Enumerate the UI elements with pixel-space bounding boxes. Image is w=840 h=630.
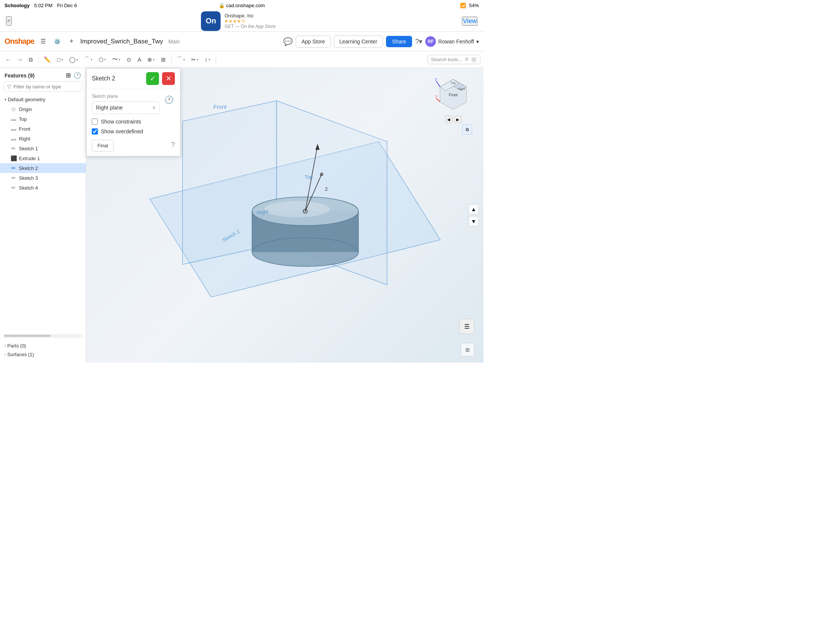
tree-item-front[interactable]: ▬ Front (0, 124, 86, 134)
chat-button[interactable]: 💬 (283, 37, 293, 46)
sketch-panel-body: Sketch plane Right plane × 🕐 Show constr… (87, 89, 180, 156)
tree-section-surfaces[interactable]: › Surfaces (1) (5, 350, 81, 359)
features-history-icon[interactable]: 🕐 (74, 72, 81, 79)
point-tool[interactable]: ⊙ (124, 55, 134, 65)
iso-view-button[interactable]: ⊞ (461, 343, 474, 357)
status-right: 📶 54% (460, 3, 479, 8)
show-overdefined-checkbox[interactable] (92, 128, 98, 134)
share-button[interactable]: Share (386, 36, 412, 47)
app-store-button[interactable]: App Store (296, 35, 330, 47)
settings-button[interactable]: ⚙️ (52, 36, 63, 47)
features-add-icon[interactable]: ⊞ (66, 72, 71, 79)
banner-view-button[interactable]: View (462, 17, 477, 26)
svg-text:2: 2 (325, 186, 327, 192)
tool-separator-1 (38, 54, 38, 65)
add-feature-button[interactable]: + (66, 36, 77, 47)
mirror-tool[interactable]: ↕▾ (202, 55, 213, 64)
nav-cube-left-button[interactable]: ◀ (445, 115, 453, 123)
status-left: Schoology 5:02 PM Fri Dec 6 (5, 3, 77, 8)
polygon-tool[interactable]: ⬡▾ (96, 55, 108, 65)
sketch-plane-clear-button[interactable]: × (153, 105, 156, 111)
viewport-front-label: Front (213, 104, 227, 110)
status-center: 🔒 cad.onshape.com (219, 3, 265, 8)
sketch-cancel-button[interactable]: ✕ (162, 72, 175, 85)
align-tool[interactable]: ⊞ (159, 55, 168, 65)
search-tools-box[interactable]: Search tools... ⌘ C (428, 55, 480, 64)
view-preset-button[interactable]: ⧉ (462, 125, 472, 134)
sketch-help-icon[interactable]: ? (171, 141, 175, 149)
feature-search-input[interactable] (14, 84, 79, 90)
user-menu-button[interactable]: RF Rowan Fenhoff ▾ (425, 36, 479, 47)
svg-line-27 (436, 81, 440, 87)
sketch-plane-label: Sketch plane (92, 94, 160, 99)
svg-text:Front: Front (449, 93, 458, 97)
banner-close-button[interactable]: × (6, 16, 12, 26)
schoology-label: Schoology (5, 3, 30, 8)
tree-item-sketch3[interactable]: ✏ Sketch 3 (0, 173, 86, 183)
app-banner: × On Onshape, Inc ★★★★½ GET — On the App… (0, 11, 483, 32)
tree-item-origin[interactable]: ⊙ Origin (0, 104, 86, 114)
extrude-icon: ⬛ (11, 155, 17, 161)
battery-label: 54% (469, 3, 479, 8)
url-label: cad.onshape.com (226, 3, 265, 8)
sketch-history-button[interactable]: 🕐 (163, 94, 175, 106)
zoom-up-button[interactable]: ▲ (468, 204, 479, 215)
tree-item-label: Sketch 3 (19, 175, 38, 181)
nav-cube-right-button[interactable]: ▶ (454, 115, 461, 123)
branch-label: Main (169, 38, 180, 44)
banner-stars: ★★★★½ (224, 19, 275, 24)
circle-tool[interactable]: ◯▾ (67, 55, 81, 65)
onshape-logo-badge: On (201, 11, 221, 31)
search-tools-label: Search tools... (431, 57, 462, 62)
sketch-plane-text: Right plane (96, 105, 123, 111)
user-name: Rowan Fenhoff (438, 38, 474, 44)
tree-item-extrude1[interactable]: ⬛ Extrude 1 (0, 153, 86, 163)
help-button[interactable]: ?▾ (415, 37, 422, 46)
feature-search-box[interactable]: ▽ (4, 81, 82, 92)
arc-tool[interactable]: ⌒▾ (82, 54, 95, 65)
tree-item-sketch2[interactable]: ✏ Sketch 2 (0, 163, 86, 173)
sketch-icon: ✏ (11, 175, 17, 181)
sketch-icon: ✏ (11, 185, 17, 191)
tree-item-top[interactable]: ▬ Top (0, 114, 86, 124)
redo-button[interactable]: → (15, 55, 25, 64)
tree-item-label: Origin (19, 106, 32, 112)
project-tool[interactable]: ⊕▾ (145, 55, 157, 65)
tree-item-label: Sketch 1 (19, 146, 38, 152)
parts-arrow-icon: › (5, 344, 6, 348)
folder-icon: ▬ (11, 126, 17, 132)
tree-group-default-geometry[interactable]: ▾ Default geometry (0, 95, 86, 104)
parts-label: Parts (0) (7, 343, 26, 349)
show-constraints-checkbox[interactable] (92, 118, 98, 125)
fillet-tool[interactable]: ⌒▾ (175, 54, 187, 65)
sketch-plane-value[interactable]: Right plane × (92, 101, 160, 114)
final-button[interactable]: Final (92, 140, 114, 152)
tree-section-parts[interactable]: › Parts (0) (5, 341, 81, 350)
group-arrow-icon: ▾ (5, 98, 6, 102)
banner-get: GET — On the App Store (224, 24, 275, 29)
trim-tool[interactable]: ✂▾ (189, 55, 201, 65)
show-overdefined-label: Show overdefined (101, 128, 143, 134)
tree-item-label: Front (19, 126, 30, 132)
folder-icon: ▬ (11, 116, 17, 122)
undo-button[interactable]: ← (3, 55, 13, 64)
sketch-panel: Sketch 2 ✓ ✕ Sketch plane Right plane × … (86, 68, 180, 156)
zoom-down-button[interactable]: ▼ (468, 216, 479, 227)
navigation-cube[interactable]: Front Right Top X Z ◀ ▶ ⧉ (434, 76, 472, 113)
learning-center-button[interactable]: Learning Center (334, 35, 383, 47)
text-tool[interactable]: A (135, 55, 144, 64)
copy-button[interactable]: ⧉ (27, 55, 35, 65)
banner-company: Onshape, Inc (224, 13, 275, 19)
menu-button[interactable]: ☰ (37, 36, 49, 47)
tree-item-sketch1[interactable]: ✏ Sketch 1 (0, 144, 86, 153)
rectangle-tool[interactable]: □▾ (55, 55, 65, 64)
sketch-confirm-button[interactable]: ✓ (146, 72, 159, 85)
svg-text:Z: Z (435, 77, 437, 81)
show-constraints-label: Show constraints (101, 118, 141, 125)
spline-tool[interactable]: 〜▾ (110, 54, 123, 65)
user-chevron-icon: ▾ (476, 38, 479, 44)
tree-item-right[interactable]: ▬ Right (0, 134, 86, 144)
pencil-tool[interactable]: ✏️ (41, 55, 53, 65)
tree-item-label: Right (19, 136, 30, 142)
tree-item-sketch4[interactable]: ✏ Sketch 4 (0, 183, 86, 193)
